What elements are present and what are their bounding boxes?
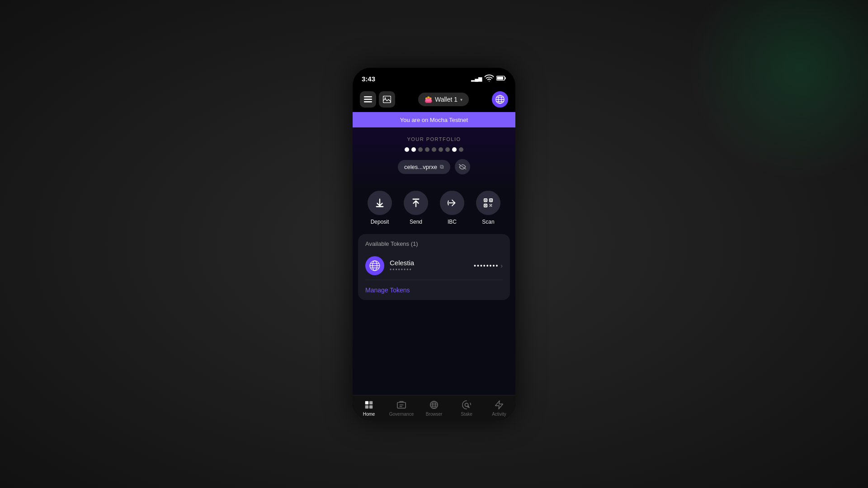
portfolio-label: YOUR PORTFOLIO <box>360 136 508 142</box>
dot-4 <box>425 147 429 152</box>
portfolio-section: YOUR PORTFOLIO celes...vprxe ⧉ <box>353 127 515 191</box>
wallet-selector[interactable]: 👛 Wallet 1 ▾ <box>418 93 469 106</box>
dot-6 <box>439 147 443 152</box>
chevron-down-icon: ▾ <box>460 97 462 102</box>
svg-rect-4 <box>364 99 372 100</box>
network-banner: You are on Mocha Testnet <box>353 112 515 127</box>
svg-rect-1 <box>505 77 506 80</box>
phone-frame: 3:43 ▂▄▆ <box>353 68 515 420</box>
globe-button[interactable] <box>492 91 508 108</box>
activity-icon <box>494 400 504 410</box>
ibc-button[interactable]: IBC <box>439 191 466 225</box>
ibc-icon-circle <box>440 191 464 215</box>
token-right: •••••••• › <box>474 262 503 269</box>
signal-icon: ▂▄▆ <box>471 76 482 82</box>
address-row: celes...vprxe ⧉ <box>360 159 508 174</box>
header-left-buttons <box>360 91 395 108</box>
manage-tokens-button[interactable]: Manage Tokens <box>358 280 510 300</box>
deposit-label: Deposit <box>371 219 389 225</box>
send-icon-circle <box>404 191 428 215</box>
nav-activity-label: Activity <box>492 412 506 417</box>
svg-point-37 <box>465 403 468 406</box>
dot-2 <box>411 147 416 152</box>
svg-rect-28 <box>369 405 373 408</box>
scan-icon-circle <box>476 191 500 215</box>
browser-icon <box>429 400 439 410</box>
svg-rect-19 <box>485 205 486 206</box>
svg-rect-29 <box>397 403 406 408</box>
network-banner-text: You are on Mocha Testnet <box>400 117 468 123</box>
hide-balance-button[interactable] <box>455 159 470 174</box>
address-pill[interactable]: celes...vprxe ⧉ <box>398 160 450 174</box>
stake-icon <box>462 400 472 410</box>
wallet-emoji: 👛 <box>425 96 432 103</box>
address-text: celes...vprxe <box>404 164 437 170</box>
svg-rect-17 <box>485 200 486 201</box>
battery-icon <box>496 75 506 82</box>
token-name: Celestia <box>390 259 474 267</box>
svg-rect-26 <box>365 405 368 408</box>
tokens-section: Available Tokens (1) Celestia •••••••• <box>358 234 510 300</box>
dot-7 <box>445 147 450 152</box>
status-time: 3:43 <box>362 75 375 83</box>
token-info: Celestia •••••••• <box>390 259 474 273</box>
deposit-icon-circle <box>368 191 392 215</box>
token-value: •••••••• <box>474 262 499 269</box>
wallet-name: Wallet 1 <box>435 96 458 103</box>
send-button[interactable]: Send <box>402 191 429 225</box>
nav-home-label: Home <box>363 412 375 417</box>
dot-1 <box>405 147 409 152</box>
token-amount: •••••••• <box>390 267 474 273</box>
celestia-icon <box>365 256 384 275</box>
main-content: YOUR PORTFOLIO celes...vprxe ⧉ <box>353 127 515 395</box>
dot-3 <box>418 147 423 152</box>
celestia-token-item[interactable]: Celestia •••••••• •••••••• › <box>358 252 510 280</box>
svg-point-7 <box>385 98 386 99</box>
portfolio-balance-dots <box>360 147 508 152</box>
copy-icon: ⧉ <box>440 164 444 170</box>
menu-button[interactable] <box>360 91 376 108</box>
nav-governance[interactable]: Governance <box>385 395 418 420</box>
chevron-right-icon: › <box>500 262 503 269</box>
tokens-header: Available Tokens (1) <box>358 234 510 252</box>
wifi-icon <box>484 73 494 84</box>
action-buttons: Deposit Send <box>353 191 515 234</box>
dot-9 <box>459 147 463 152</box>
home-icon <box>364 400 374 410</box>
nav-stake[interactable]: Stake <box>450 395 483 420</box>
scan-button[interactable]: Scan <box>475 191 502 225</box>
svg-rect-5 <box>364 101 372 103</box>
nav-browser[interactable]: Browser <box>418 395 450 420</box>
nav-governance-label: Governance <box>389 412 414 417</box>
nav-browser-label: Browser <box>426 412 443 417</box>
image-button[interactable] <box>379 91 395 108</box>
governance-icon <box>396 400 406 410</box>
send-label: Send <box>410 219 422 225</box>
svg-rect-2 <box>497 77 503 80</box>
deposit-button[interactable]: Deposit <box>366 191 393 225</box>
status-icons: ▂▄▆ <box>471 73 506 84</box>
dot-5 <box>432 147 436 152</box>
svg-rect-3 <box>364 96 372 98</box>
svg-rect-25 <box>365 401 368 404</box>
bottom-nav: Home Governance Browser <box>353 395 515 420</box>
header: 👛 Wallet 1 ▾ <box>353 88 515 112</box>
ibc-label: IBC <box>448 219 457 225</box>
dot-8 <box>452 147 457 152</box>
svg-rect-18 <box>491 200 492 201</box>
nav-stake-label: Stake <box>461 412 472 417</box>
scan-label: Scan <box>482 219 494 225</box>
svg-rect-27 <box>369 401 373 404</box>
status-bar: 3:43 ▂▄▆ <box>353 68 515 88</box>
